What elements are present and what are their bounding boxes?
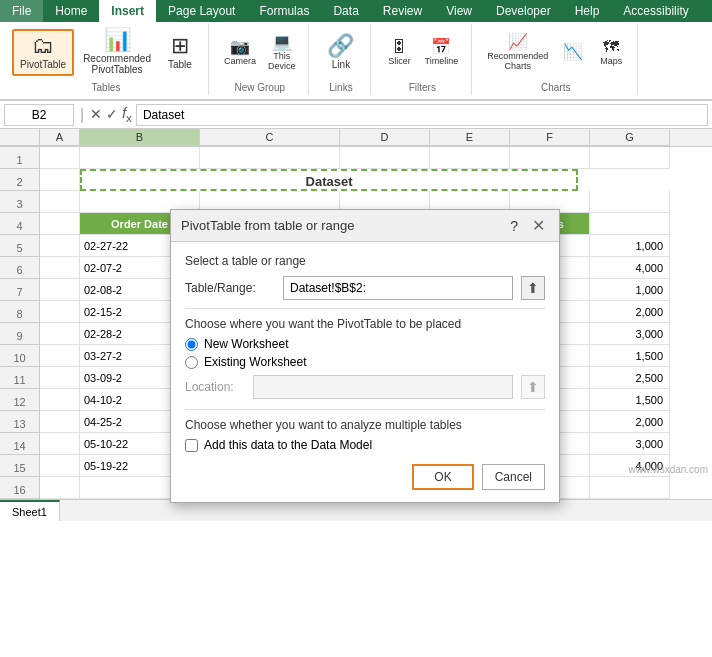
- radio-new-worksheet[interactable]: [185, 338, 198, 351]
- cell-g5[interactable]: 1,000: [590, 235, 670, 257]
- this-device-button[interactable]: 💻 ThisDevice: [263, 31, 301, 74]
- camera-button[interactable]: 📷 Camera: [219, 36, 261, 69]
- cell-f1[interactable]: [510, 147, 590, 169]
- col-header-b[interactable]: B: [80, 129, 200, 146]
- tab-view[interactable]: View: [434, 0, 484, 22]
- col-header-e[interactable]: E: [430, 129, 510, 146]
- ok-button[interactable]: OK: [412, 464, 473, 490]
- insert-function-icon[interactable]: fx: [122, 105, 132, 124]
- cell-d1[interactable]: [340, 147, 430, 169]
- recommended-pivot-button[interactable]: 📊 RecommendedPivotTables: [76, 24, 158, 80]
- recommended-charts-button[interactable]: 📈 RecommendedCharts: [482, 31, 553, 74]
- dialog-separator2: [185, 409, 545, 410]
- cell-g9[interactable]: 3,000: [590, 323, 670, 345]
- add-data-model-label[interactable]: Add this data to the Data Model: [204, 438, 372, 452]
- row-num-15: 15: [0, 455, 40, 477]
- row-num-11: 11: [0, 367, 40, 389]
- table-range-input[interactable]: [283, 276, 513, 300]
- formula-divider: |: [78, 106, 86, 124]
- cell-g16[interactable]: [590, 477, 670, 499]
- cell-a13[interactable]: [40, 411, 80, 433]
- radio-new-worksheet-label[interactable]: New Worksheet: [204, 337, 288, 351]
- confirm-formula-icon[interactable]: ✓: [106, 106, 118, 122]
- cell-g6[interactable]: 4,000: [590, 257, 670, 279]
- tab-insert[interactable]: Insert: [99, 0, 156, 22]
- cell-g14[interactable]: 3,000: [590, 433, 670, 455]
- cell-a10[interactable]: [40, 345, 80, 367]
- location-input[interactable]: [253, 375, 513, 399]
- cell-g4[interactable]: [590, 213, 670, 235]
- tab-file[interactable]: File: [0, 0, 43, 22]
- tab-accessibility[interactable]: Accessibility: [611, 0, 700, 22]
- cell-g1[interactable]: [590, 147, 670, 169]
- dialog-help-icon[interactable]: ?: [510, 218, 518, 234]
- cell-g12[interactable]: 1,500: [590, 389, 670, 411]
- link-icon: 🔗: [327, 35, 354, 57]
- camera-icon: 📷: [230, 39, 250, 55]
- col-header-d[interactable]: D: [340, 129, 430, 146]
- cell-a16[interactable]: [40, 477, 80, 499]
- radio-existing-worksheet[interactable]: [185, 356, 198, 369]
- tab-formulas[interactable]: Formulas: [247, 0, 321, 22]
- tab-data[interactable]: Data: [321, 0, 370, 22]
- cell-a7[interactable]: [40, 279, 80, 301]
- row-num-10: 10: [0, 345, 40, 367]
- cancel-button[interactable]: Cancel: [482, 464, 545, 490]
- cell-g11[interactable]: 2,500: [590, 367, 670, 389]
- dialog-close-button[interactable]: ✕: [528, 216, 549, 235]
- col-header-c[interactable]: C: [200, 129, 340, 146]
- recommended-charts-label: RecommendedCharts: [487, 51, 548, 71]
- cell-a9[interactable]: [40, 323, 80, 345]
- formula-input[interactable]: [136, 104, 708, 126]
- cell-c1[interactable]: [200, 147, 340, 169]
- add-data-model-checkbox[interactable]: [185, 439, 198, 452]
- new-group-label: New Group: [234, 82, 285, 95]
- col-header-g[interactable]: G: [590, 129, 670, 146]
- ribbon-group-new: 📷 Camera 💻 ThisDevice New Group: [211, 24, 310, 95]
- tab-home[interactable]: Home: [43, 0, 99, 22]
- cell-g3[interactable]: [590, 191, 670, 213]
- tab-review[interactable]: Review: [371, 0, 434, 22]
- cancel-formula-icon[interactable]: ✕: [90, 106, 102, 122]
- cell-a14[interactable]: [40, 433, 80, 455]
- cell-a4[interactable]: [40, 213, 80, 235]
- location-upload-button[interactable]: ⬆: [521, 375, 545, 399]
- radio-existing-worksheet-label[interactable]: Existing Worksheet: [204, 355, 307, 369]
- cell-a6[interactable]: [40, 257, 80, 279]
- maps-label: Maps: [600, 56, 622, 66]
- tab-help[interactable]: Help: [563, 0, 612, 22]
- cell-reference-box[interactable]: [4, 104, 74, 126]
- pivot-table-button[interactable]: 🗂 PivotTable: [12, 29, 74, 76]
- spreadsheet: A B C D E F G 1 2 Dataset 3 4 Order: [0, 129, 712, 499]
- cell-g13[interactable]: 2,000: [590, 411, 670, 433]
- dialog-body: Select a table or range Table/Range: ⬆ C…: [171, 242, 559, 502]
- cell-g7[interactable]: 1,000: [590, 279, 670, 301]
- cell-b2-dataset[interactable]: Dataset: [80, 169, 578, 191]
- this-device-icon: 💻: [272, 34, 292, 50]
- cell-g10[interactable]: 1,500: [590, 345, 670, 367]
- cell-e1[interactable]: [430, 147, 510, 169]
- link-button[interactable]: 🔗 Link: [320, 30, 361, 75]
- charts-more-button[interactable]: 📉: [555, 41, 591, 64]
- this-device-label: ThisDevice: [268, 51, 296, 71]
- col-header-f[interactable]: F: [510, 129, 590, 146]
- timeline-button[interactable]: 📅 Timeline: [419, 36, 463, 69]
- col-header-a[interactable]: A: [40, 129, 80, 146]
- table-range-upload-button[interactable]: ⬆: [521, 276, 545, 300]
- cell-a3[interactable]: [40, 191, 80, 213]
- cell-b1[interactable]: [80, 147, 200, 169]
- slicer-button[interactable]: 🎛 Slicer: [381, 36, 417, 69]
- cell-a1[interactable]: [40, 147, 80, 169]
- cell-a8[interactable]: [40, 301, 80, 323]
- tab-developer[interactable]: Developer: [484, 0, 563, 22]
- cell-a5[interactable]: [40, 235, 80, 257]
- cell-g8[interactable]: 2,000: [590, 301, 670, 323]
- maps-button[interactable]: 🗺 Maps: [593, 36, 629, 69]
- sheet-tab-sheet1[interactable]: Sheet1: [0, 500, 60, 521]
- cell-a12[interactable]: [40, 389, 80, 411]
- cell-a15[interactable]: [40, 455, 80, 477]
- cell-a11[interactable]: [40, 367, 80, 389]
- cell-a2[interactable]: [40, 169, 80, 191]
- table-button[interactable]: ⊞ Table: [160, 30, 200, 75]
- tab-page-layout[interactable]: Page Layout: [156, 0, 247, 22]
